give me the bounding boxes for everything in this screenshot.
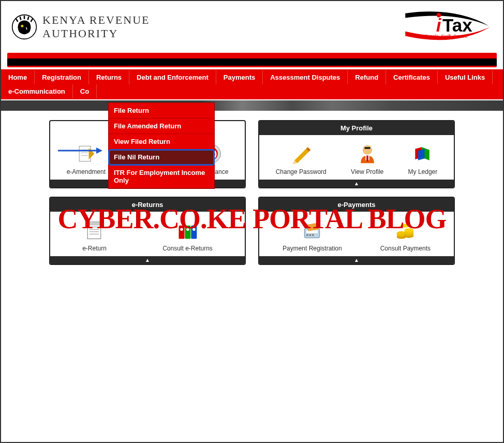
org-name-line2: AUTHORITY <box>42 27 150 40</box>
menu-home[interactable]: Home <box>1 70 35 84</box>
card-footer-arrow[interactable]: ▲ <box>259 180 454 187</box>
itax-logo: i Tax Simple, Swift, Secure <box>399 9 493 45</box>
svg-rect-14 <box>88 222 101 226</box>
svg-point-36 <box>404 228 413 232</box>
dropdown-file-return[interactable]: File Return <box>109 103 214 119</box>
card-epayments: e-Payments Payment Registration Consult … <box>258 197 455 265</box>
card-header-myprofile: My Profile <box>259 121 454 135</box>
tile-my-ledger[interactable]: My Ledger <box>408 142 438 175</box>
annotation-arrow-icon <box>57 145 103 156</box>
menu-payments[interactable]: Payments <box>216 70 263 84</box>
dashboard: e-Registration e-Amendment e-Cancellatio… <box>1 120 503 265</box>
tile-label: e-Return <box>82 245 107 252</box>
dropdown-itr-employment[interactable]: ITR For Employment Income Only <box>109 165 214 188</box>
svg-rect-17 <box>191 226 197 239</box>
menu-ecommunication[interactable]: e-Communication <box>1 84 73 98</box>
svg-point-18 <box>181 228 184 231</box>
returns-dropdown: File Return File Amended Return View Fil… <box>108 102 215 189</box>
tile-label: My Ledger <box>408 168 438 175</box>
menu-truncated[interactable]: Co <box>73 84 97 98</box>
svg-point-19 <box>187 228 190 231</box>
main-menu: Home Registration Returns Debt and Enfor… <box>1 69 503 99</box>
tile-consult-payments[interactable]: Consult Payments <box>380 219 431 252</box>
pencil-icon <box>290 142 313 165</box>
tile-view-profile[interactable]: View Profile <box>351 142 383 175</box>
tile-label: Consult Payments <box>380 245 431 252</box>
menu-debt-enforcement[interactable]: Debt and Enforcement <box>129 70 216 84</box>
tile-label: e-Amendment <box>67 168 106 175</box>
menu-refund[interactable]: Refund <box>348 70 386 84</box>
kra-logo: KENYA REVENUE AUTHORITY <box>11 13 150 40</box>
svg-rect-28 <box>312 234 314 236</box>
page-header: KENYA REVENUE AUTHORITY i Tax Simple, Sw… <box>1 1 503 53</box>
avatar-icon <box>356 142 379 165</box>
menu-certificates[interactable]: Certificates <box>386 70 438 84</box>
dropdown-file-nil-return[interactable]: File Nil Return <box>109 150 214 165</box>
card-machine-icon <box>301 219 323 242</box>
tile-change-password[interactable]: Change Password <box>276 142 327 175</box>
dropdown-file-amended-return[interactable]: File Amended Return <box>109 119 214 134</box>
svg-point-21 <box>362 145 372 155</box>
menu-assessment-disputes[interactable]: Assessment Disputes <box>263 70 348 84</box>
menu-useful-links[interactable]: Useful Links <box>438 70 493 84</box>
svg-rect-26 <box>306 234 308 236</box>
dropdown-view-filed-return[interactable]: View Filed Return <box>109 134 214 150</box>
tile-label: View Profile <box>351 168 383 175</box>
tile-label: Consult e-Returns <box>162 245 213 252</box>
card-footer-arrow[interactable]: ▲ <box>50 256 245 264</box>
svg-rect-16 <box>185 226 191 239</box>
tile-consult-ereturns[interactable]: Consult e-Returns <box>162 219 213 252</box>
svg-rect-23 <box>366 156 368 161</box>
books-icon <box>411 142 434 165</box>
card-ereturns: e-Returns e-Return Consult e-Returns ▲ <box>49 197 246 265</box>
svg-point-20 <box>193 228 196 231</box>
tile-label: Payment Registration <box>283 245 342 252</box>
svg-point-1 <box>21 25 23 27</box>
lion-icon <box>11 14 37 40</box>
card-header-epayments: e-Payments <box>259 198 454 212</box>
svg-text:Simple, Swift, Secure: Simple, Swift, Secure <box>424 34 467 39</box>
svg-text:Tax: Tax <box>442 15 472 35</box>
card-footer-arrow[interactable]: ▲ <box>259 256 454 264</box>
menu-returns[interactable]: Returns <box>89 70 129 84</box>
svg-point-37 <box>401 224 410 227</box>
coins-icon <box>394 219 417 242</box>
menu-registration[interactable]: Registration <box>35 70 89 84</box>
card-header-ereturns: e-Returns <box>50 198 245 212</box>
svg-rect-15 <box>179 226 185 239</box>
header-divider <box>7 53 497 67</box>
svg-point-4 <box>437 13 441 18</box>
tile-payment-registration[interactable]: Payment Registration <box>283 219 342 252</box>
folders-icon <box>176 219 199 242</box>
form-icon <box>83 219 106 242</box>
sub-header-bar <box>1 100 503 111</box>
svg-text:i: i <box>436 15 442 35</box>
tile-ereturn[interactable]: e-Return <box>82 219 107 252</box>
svg-rect-27 <box>309 234 312 236</box>
org-name-line1: KENYA REVENUE <box>42 13 150 27</box>
card-myprofile: My Profile Change Password View Profile <box>258 120 455 188</box>
svg-marker-7 <box>96 147 102 154</box>
tile-label: Change Password <box>276 168 327 175</box>
